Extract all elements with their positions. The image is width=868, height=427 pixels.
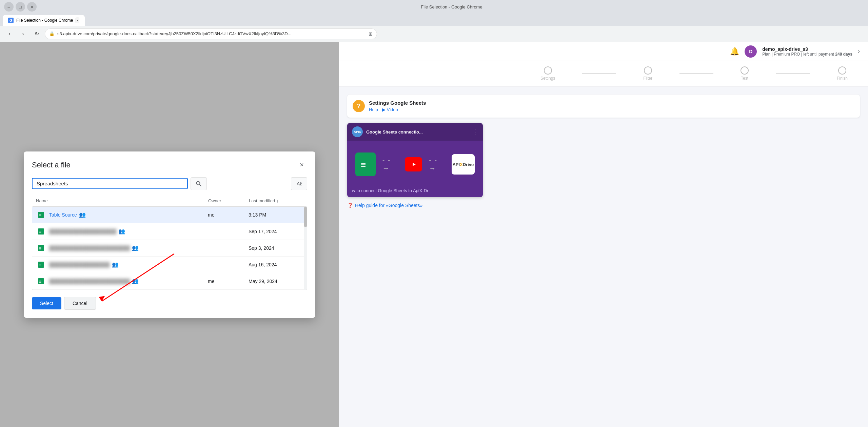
notification-bell-icon[interactable]: 🔔 <box>730 47 739 56</box>
google-docs-panel: Select a file × <box>0 42 339 427</box>
sort-icon: AZ <box>296 181 302 187</box>
help-text: Help <box>369 107 378 112</box>
spreadsheet-icon: ≡ <box>36 227 46 236</box>
translate-icon[interactable]: ⊞ <box>369 31 373 37</box>
file-date: Sep 17, 2024 <box>249 229 303 234</box>
file-date: May 29, 2024 <box>249 279 303 284</box>
list-item[interactable]: ≡ ████████████████████████ 👥 me May 29, … <box>32 273 307 290</box>
tab-bar: G File Selection - Google Chrome × <box>0 14 868 26</box>
video-link[interactable]: ▶ Video <box>382 107 398 112</box>
help-guide-text: Help guide for «Google Sheets» <box>355 203 422 208</box>
step-label: Finish <box>837 76 848 81</box>
back-button[interactable]: ‹ <box>4 28 15 39</box>
sort-button[interactable]: AZ <box>291 177 307 190</box>
step-circle <box>644 66 652 75</box>
steps-bar: Settings Filter Test Finish <box>339 61 868 86</box>
user-avatar: D <box>745 45 757 58</box>
forward-button[interactable]: › <box>18 28 28 39</box>
col-name-header: Name <box>36 198 208 203</box>
scrollbar-thumb[interactable] <box>304 207 307 227</box>
shared-icon: 👥 <box>118 228 125 235</box>
file-table-header: Name Owner Last modified ↓ <box>32 196 307 206</box>
shared-icon: 👥 <box>79 211 86 218</box>
help-icon: ? <box>353 100 365 112</box>
user-info: demo_apix-drive_s3 Plan | Premium PRO | … <box>762 46 852 57</box>
youtube-play-button[interactable] <box>405 157 422 171</box>
sort-arrow-icon: ↓ <box>276 198 279 203</box>
svg-line-1 <box>199 184 201 186</box>
active-tab[interactable]: G File Selection - Google Chrome × <box>3 15 85 26</box>
cancel-button[interactable]: Cancel <box>64 297 96 310</box>
play-icon: ▶ <box>382 107 386 112</box>
spreadsheet-icon: ≡ <box>36 260 46 269</box>
list-item[interactable]: ≡ ████████████████████ 👥 Sep 17, 2024 <box>32 223 307 240</box>
apix-topbar: 🔔 D demo_apix-drive_s3 Plan | Premium PR… <box>339 42 868 61</box>
help-link[interactable]: Help <box>369 107 378 112</box>
google-sheets-icon: ≡ <box>355 152 376 176</box>
list-item[interactable]: ≡ Table Source 👥 me 3:13 PM <box>32 207 307 223</box>
file-list: ≡ Table Source 👥 me 3:13 PM <box>32 206 307 290</box>
col-owner-header: Owner <box>208 198 249 203</box>
tab-favicon: G <box>8 18 14 23</box>
list-item[interactable]: ≡ ████████████████████████ 👥 Sep 3, 2024 <box>32 240 307 257</box>
apix-content: ? Settings Google Sheets Help ▶ Video <box>339 86 868 427</box>
video-body: ≡ - - → - - → APIXDrive <box>347 141 483 188</box>
dialog-footer: Select Cancel <box>32 297 307 310</box>
tab-close-button[interactable]: × <box>76 18 79 23</box>
step-label: Test <box>741 76 748 81</box>
file-name: ████████████████████████ 👥 <box>49 245 208 251</box>
select-button[interactable]: Select <box>32 297 61 309</box>
minimize-button[interactable]: – <box>4 2 14 12</box>
address-bar-row: ‹ › ↻ 🔒 s3.apix-drive.com/private/google… <box>0 26 868 42</box>
step-filter: Filter <box>643 66 652 81</box>
step-circle <box>741 66 749 75</box>
search-input[interactable] <box>32 178 188 189</box>
step-line <box>776 73 810 74</box>
address-text: s3.apix-drive.com/private/google-docs-ca… <box>57 31 366 36</box>
dialog-overlay: Select a file × <box>0 42 339 427</box>
search-button[interactable] <box>191 177 207 190</box>
file-name: Table Source 👥 <box>49 211 208 218</box>
connector-dashes-2: - - → <box>429 157 445 172</box>
video-card: APIX Google Sheets connectio... ⋮ ≡ - - <box>347 123 483 197</box>
svg-text:≡: ≡ <box>39 279 41 284</box>
channel-icon: APIX <box>352 126 363 137</box>
spreadsheet-icon: ≡ <box>36 277 46 286</box>
dialog-header: Select a file × <box>32 160 307 170</box>
spreadsheet-icon: ≡ <box>36 210 46 220</box>
help-title: Settings Google Sheets <box>369 100 426 106</box>
shared-icon: 👥 <box>112 261 119 268</box>
step-label: Filter <box>643 76 652 81</box>
address-bar[interactable]: 🔒 s3.apix-drive.com/private/google-docs-… <box>45 28 377 39</box>
apix-panel: 🔔 D demo_apix-drive_s3 Plan | Premium PR… <box>339 42 868 427</box>
shared-icon: 👥 <box>132 278 139 284</box>
browser-titlebar: – □ × File Selection - Google Chrome <box>0 0 868 14</box>
file-name: ████████████████████████ 👥 <box>49 278 208 284</box>
step-settings: Settings <box>540 66 555 81</box>
dialog-title: Select a file <box>32 161 71 169</box>
video-title: Google Sheets connectio... <box>366 129 469 135</box>
svg-text:≡: ≡ <box>39 229 41 234</box>
refresh-button[interactable]: ↻ <box>31 28 42 39</box>
step-circle <box>838 66 846 75</box>
close-button[interactable]: × <box>27 2 37 12</box>
video-more-icon[interactable]: ⋮ <box>472 128 478 136</box>
video-caption: w to connect Google Sheets to ApiX-Dr <box>347 188 483 197</box>
chevron-right-icon[interactable]: › <box>858 48 860 55</box>
help-guide-link[interactable]: ❓ Help guide for «Google Sheets» <box>347 203 860 208</box>
user-plan: Plan | Premium PRO | left until payment … <box>762 52 852 57</box>
help-card: ? Settings Google Sheets Help ▶ Video <box>347 95 860 118</box>
svg-text:≡: ≡ <box>39 246 41 251</box>
apix-logo: APIXDrive <box>452 154 475 175</box>
maximize-button[interactable]: □ <box>16 2 25 12</box>
file-name: ████████████████████ 👥 <box>49 228 208 235</box>
list-item[interactable]: ≡ ██████████████████ 👥 Aug 16, 2024 <box>32 257 307 273</box>
browser-title: File Selection - Google Chrome <box>421 4 482 9</box>
dialog-close-button[interactable]: × <box>296 160 307 170</box>
file-date: Aug 16, 2024 <box>249 262 303 267</box>
help-guide-icon: ❓ <box>347 203 353 208</box>
step-circle <box>544 66 552 75</box>
tab-title: File Selection - Google Chrome <box>16 18 73 23</box>
step-line <box>582 73 616 74</box>
video-text: Video <box>387 107 398 112</box>
